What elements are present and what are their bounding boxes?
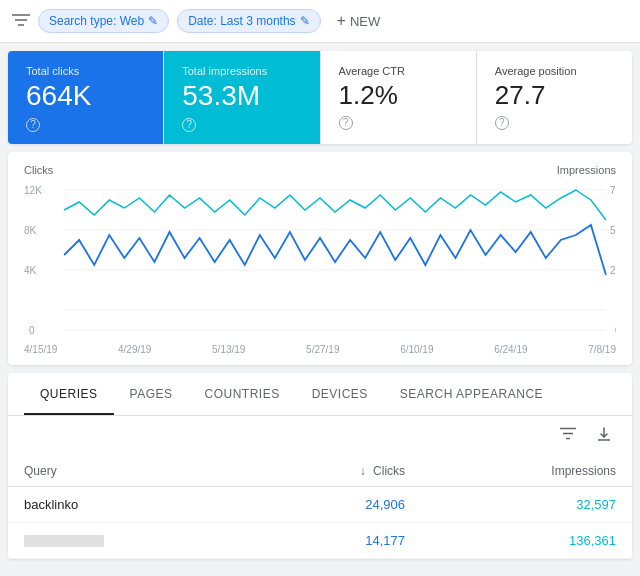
chart-container: Clicks Impressions 12K 8K 4K 0 750K 500K…	[8, 152, 632, 365]
search-type-chip[interactable]: Search type: Web ✎	[38, 9, 169, 33]
x-label-5: 6/10/19	[400, 344, 433, 355]
tab-pages[interactable]: PAGES	[114, 373, 189, 415]
search-type-label: Search type: Web	[49, 14, 144, 28]
total-clicks-card: Total clicks 664K ?	[8, 51, 164, 144]
total-clicks-help[interactable]: ?	[26, 118, 40, 132]
tabs-row: QUERIES PAGES COUNTRIES DEVICES SEARCH A…	[8, 373, 632, 416]
svg-text:8K: 8K	[24, 225, 37, 236]
svg-text:250K: 250K	[610, 265, 616, 276]
x-label-3: 5/13/19	[212, 344, 245, 355]
filter-lines-icon[interactable]	[12, 11, 30, 32]
edit-icon: ✎	[148, 14, 158, 28]
query-cell-2	[8, 522, 252, 558]
table-row: 14,177 136,361	[8, 522, 632, 558]
chart-header: Clicks Impressions	[24, 164, 616, 176]
topbar: Search type: Web ✎ Date: Last 3 months ✎…	[0, 0, 640, 43]
svg-text:0: 0	[29, 325, 35, 336]
date-range-label: Date: Last 3 months	[188, 14, 295, 28]
col-header-query[interactable]: Query	[8, 456, 252, 487]
col-header-clicks[interactable]: ↓ Clicks	[252, 456, 421, 487]
tab-queries[interactable]: QUERIES	[24, 373, 114, 415]
x-label-7: 7/8/19	[588, 344, 616, 355]
total-clicks-title: Total clicks	[26, 65, 145, 77]
x-label-1: 4/15/19	[24, 344, 57, 355]
query-cell-1: backlinko	[8, 486, 252, 522]
new-button-label: NEW	[350, 14, 380, 29]
edit-icon-2: ✎	[300, 14, 310, 28]
total-impressions-value: 53.3M	[182, 81, 301, 112]
avg-ctr-card: Average CTR 1.2% ?	[321, 51, 477, 144]
total-impressions-title: Total impressions	[182, 65, 301, 77]
avg-position-title: Average position	[495, 65, 614, 77]
svg-text:4K: 4K	[24, 265, 37, 276]
table-row: backlinko 24,906 32,597	[8, 486, 632, 522]
tab-search-appearance[interactable]: SEARCH APPEARANCE	[384, 373, 559, 415]
avg-position-help[interactable]: ?	[495, 116, 509, 130]
sort-down-icon: ↓	[360, 464, 366, 478]
metrics-row: Total clicks 664K ? Total impressions 53…	[8, 51, 632, 144]
y-right-label: Impressions	[557, 164, 616, 176]
tab-countries[interactable]: COUNTRIES	[188, 373, 295, 415]
chart-xaxis: 4/15/19 4/29/19 5/13/19 5/27/19 6/10/19 …	[24, 340, 616, 355]
total-impressions-help[interactable]: ?	[182, 118, 196, 132]
x-label-6: 6/24/19	[494, 344, 527, 355]
tabs-section: QUERIES PAGES COUNTRIES DEVICES SEARCH A…	[8, 373, 632, 559]
svg-text:750K: 750K	[610, 185, 616, 196]
table-download-button[interactable]	[592, 424, 616, 448]
impressions-cell-2: 136,361	[421, 522, 632, 558]
clicks-cell-2: 14,177	[252, 522, 421, 558]
y-left-label: Clicks	[24, 164, 53, 176]
new-button[interactable]: + NEW	[329, 8, 389, 34]
chart-wrapper: 12K 8K 4K 0 750K 500K 250K 0	[24, 180, 616, 340]
avg-ctr-title: Average CTR	[339, 65, 458, 77]
svg-text:0: 0	[615, 325, 616, 336]
x-label-4: 5/27/19	[306, 344, 339, 355]
svg-text:12K: 12K	[24, 185, 42, 196]
avg-position-card: Average position 27.7 ?	[477, 51, 632, 144]
total-impressions-card: Total impressions 53.3M ?	[164, 51, 320, 144]
col-header-impressions[interactable]: Impressions	[421, 456, 632, 487]
chart-svg: 12K 8K 4K 0 750K 500K 250K 0	[24, 180, 616, 340]
data-table: Query ↓ Clicks Impressions backlinko 24,…	[8, 456, 632, 559]
plus-icon: +	[337, 12, 346, 30]
x-label-2: 4/29/19	[118, 344, 151, 355]
total-clicks-value: 664K	[26, 81, 145, 112]
avg-position-value: 27.7	[495, 81, 614, 110]
date-range-chip[interactable]: Date: Last 3 months ✎	[177, 9, 320, 33]
avg-ctr-value: 1.2%	[339, 81, 458, 110]
table-header-row: Query ↓ Clicks Impressions	[8, 456, 632, 487]
table-filter-button[interactable]	[556, 424, 580, 448]
tab-devices[interactable]: DEVICES	[296, 373, 384, 415]
impressions-cell-1: 32,597	[421, 486, 632, 522]
table-toolbar	[8, 416, 632, 456]
blurred-query	[24, 535, 104, 547]
svg-text:500K: 500K	[610, 225, 616, 236]
avg-ctr-help[interactable]: ?	[339, 116, 353, 130]
clicks-cell-1: 24,906	[252, 486, 421, 522]
